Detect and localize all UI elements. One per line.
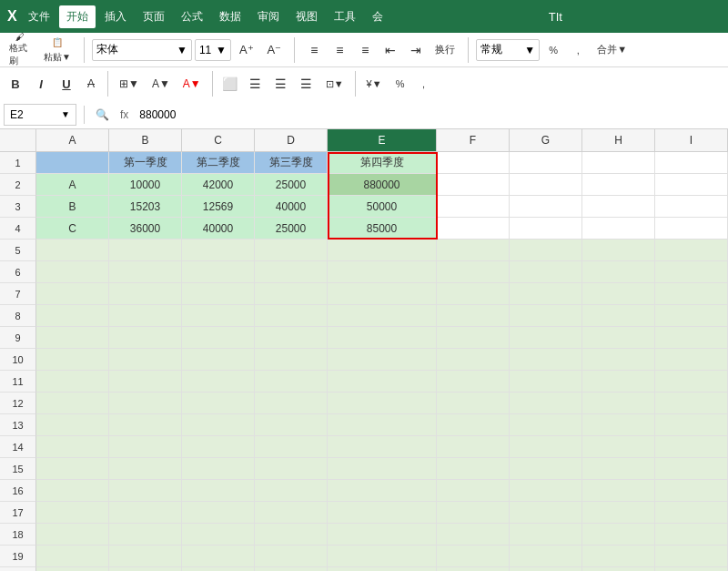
cell-B5[interactable] [109,240,182,261]
cell-A5[interactable] [36,240,109,261]
merge-btn[interactable]: 合并▼ [592,38,632,62]
underline-btn[interactable]: U [55,72,78,96]
row-num-6[interactable]: 6 [0,261,36,283]
cell-H3[interactable] [582,196,655,218]
cell-I20[interactable] [655,567,728,571]
cell-name-box[interactable]: E2 ▼ [4,104,76,126]
cell-B17[interactable] [109,502,182,524]
col-header-g[interactable]: G [510,129,582,151]
cell-B13[interactable] [109,414,182,436]
cell-E18[interactable] [328,524,437,546]
font-color-btn[interactable]: A▼ [177,72,207,96]
format-brush-btn[interactable]: 🖌 格式刷 [4,35,36,66]
cell-G16[interactable] [510,480,582,502]
cell-C15[interactable] [182,458,255,480]
row-num-5[interactable]: 5 [0,240,36,261]
cell-B20[interactable] [109,567,182,571]
cell-D3[interactable]: 40000 [255,196,328,218]
align-top-btn[interactable]: ≡ [302,38,326,62]
col-header-c[interactable]: C [182,129,255,151]
border-btn[interactable]: ⊞▼ [114,72,145,96]
cell-D9[interactable] [255,327,328,349]
cell-I9[interactable] [655,327,728,349]
cell-G13[interactable] [510,414,582,436]
cell-D7[interactable] [255,283,328,305]
cell-D13[interactable] [255,414,328,436]
row-num-1[interactable]: 1 [0,152,36,174]
cell-F18[interactable] [437,524,510,546]
cell-I17[interactable] [655,502,728,524]
cell-A12[interactable] [36,393,109,414]
cell-E10[interactable] [328,349,437,371]
cell-D16[interactable] [255,480,328,502]
cell-B16[interactable] [109,480,182,502]
cell-D2[interactable]: 25000 [255,174,328,196]
cell-F15[interactable] [437,458,510,480]
paste-label-btn[interactable]: 粘贴▼ [38,50,76,65]
wrap-text-btn[interactable]: 换行 [430,38,460,62]
cell-H11[interactable] [582,371,655,393]
cell-I1[interactable] [655,152,728,174]
cell-G6[interactable] [510,261,582,283]
cell-I13[interactable] [655,414,728,436]
cell-G10[interactable] [510,349,582,371]
cell-E13[interactable] [328,414,437,436]
cell-I6[interactable] [655,261,728,283]
row-num-20[interactable]: 20 [0,567,36,571]
cell-B18[interactable] [109,524,182,546]
cell-C20[interactable] [182,567,255,571]
cell-D14[interactable] [255,436,328,458]
cell-C13[interactable] [182,414,255,436]
cell-C11[interactable] [182,371,255,393]
cell-A7[interactable] [36,283,109,305]
cell-B7[interactable] [109,283,182,305]
cell-G8[interactable] [510,305,582,327]
row-num-9[interactable]: 9 [0,327,36,349]
strikethrough-btn[interactable]: A [80,72,102,96]
cell-A2[interactable]: A [36,174,109,196]
cell-E14[interactable] [328,436,437,458]
cell-A19[interactable] [36,546,109,567]
formula-input[interactable] [136,104,724,126]
cell-H2[interactable] [582,174,655,196]
cell-A1[interactable] [36,152,109,174]
cell-A15[interactable] [36,458,109,480]
cell-C8[interactable] [182,305,255,327]
row-num-16[interactable]: 16 [0,480,36,502]
row-num-14[interactable]: 14 [0,436,36,458]
row-num-4[interactable]: 4 [0,218,36,240]
cell-E17[interactable] [328,502,437,524]
cell-F11[interactable] [437,371,510,393]
row-num-7[interactable]: 7 [0,283,36,305]
cell-F2[interactable] [437,174,510,196]
col-header-h[interactable]: H [582,129,655,151]
cell-I10[interactable] [655,349,728,371]
cell-H17[interactable] [582,502,655,524]
row-num-2[interactable]: 2 [0,174,36,196]
row-num-10[interactable]: 10 [0,349,36,371]
cell-G15[interactable] [510,458,582,480]
cell-H18[interactable] [582,524,655,546]
cell-H15[interactable] [582,458,655,480]
cell-H8[interactable] [582,305,655,327]
cell-G1[interactable] [510,152,582,174]
cell-F16[interactable] [437,480,510,502]
thousands-btn[interactable]: , [567,38,589,62]
cell-F13[interactable] [437,414,510,436]
cell-F10[interactable] [437,349,510,371]
cell-B15[interactable] [109,458,182,480]
row-num-15[interactable]: 15 [0,458,36,480]
cell-F14[interactable] [437,436,510,458]
col-header-a[interactable]: A [36,129,109,151]
align-middle-btn[interactable]: ≡ [328,38,351,62]
cell-F4[interactable] [437,218,510,240]
cell-A16[interactable] [36,480,109,502]
font-family-selector[interactable]: 宋体 ▼ [92,39,192,61]
cell-F6[interactable] [437,261,510,283]
cell-C12[interactable] [182,393,255,414]
increase-font-btn[interactable]: A⁺ [234,38,259,62]
cell-F20[interactable] [437,567,510,571]
comma-row2-btn[interactable]: , [413,72,435,96]
corner-cell[interactable] [0,129,36,151]
cell-H4[interactable] [582,218,655,240]
